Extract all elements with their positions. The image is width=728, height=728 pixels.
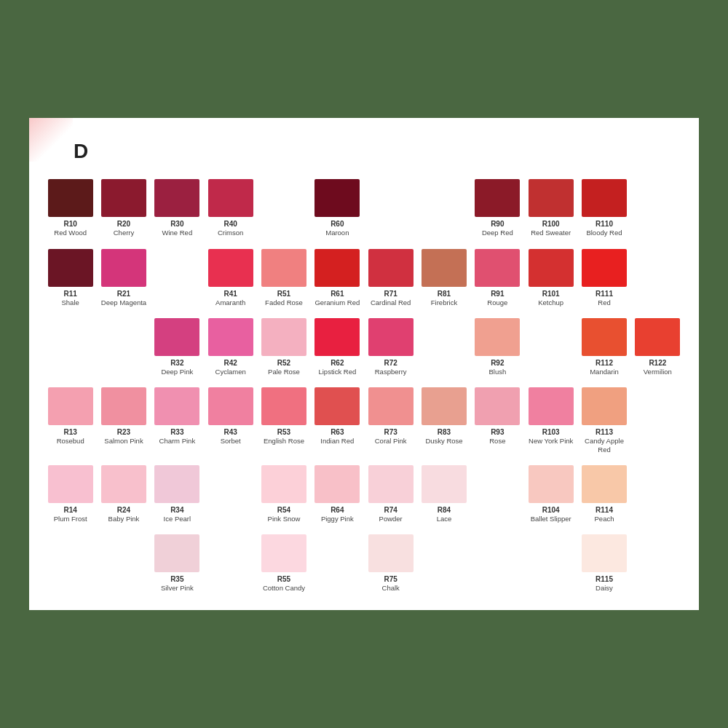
color-name-R62: Lipstick Red xyxy=(318,368,356,376)
color-swatch-R20 xyxy=(101,179,146,217)
color-cell-empty xyxy=(471,462,524,526)
color-code-R53: R53 xyxy=(277,428,290,437)
color-code-R60: R60 xyxy=(331,220,344,229)
color-swatch-R21 xyxy=(101,249,146,287)
color-swatch-R60 xyxy=(314,179,360,217)
color-code-R61: R61 xyxy=(331,290,344,298)
color-swatch-R24 xyxy=(101,465,146,503)
color-cell-R112: R112Mandarin xyxy=(577,315,630,379)
color-cell-R122: R122Vermilion xyxy=(631,315,684,379)
color-code-R83: R83 xyxy=(438,428,451,437)
color-swatch-R51 xyxy=(261,249,306,287)
color-code-R63: R63 xyxy=(331,428,344,437)
color-cell-empty xyxy=(97,531,150,595)
color-swatch-R11 xyxy=(48,249,93,287)
color-code-R52: R52 xyxy=(277,359,290,368)
color-swatch-R73 xyxy=(368,387,414,425)
color-code-R40: R40 xyxy=(223,220,237,229)
color-swatch-R74 xyxy=(368,465,414,503)
color-name-R51: Faded Rose xyxy=(265,298,303,306)
color-swatch-R100 xyxy=(529,179,574,217)
color-cell-empty xyxy=(257,176,310,240)
color-swatch-R122 xyxy=(635,318,680,356)
color-name-R74: Powder xyxy=(379,515,403,523)
color-name-R61: Geranium Red xyxy=(314,298,360,306)
color-cell-empty xyxy=(631,462,684,526)
color-cell-empty xyxy=(631,176,684,240)
color-name-R43: Sorbet xyxy=(221,437,241,445)
color-code-R23: R23 xyxy=(117,428,130,437)
color-name-R101: Ketchup xyxy=(538,298,563,306)
color-cell-R32: R32Deep Pink xyxy=(151,315,204,379)
color-swatch-R75 xyxy=(368,534,414,572)
color-cell-R113: R113Candy Apple Red xyxy=(577,384,630,456)
color-swatch-R103 xyxy=(529,387,574,425)
color-chart-card: RED R10Red WoodR20CherryR30Wine RedR40Cr… xyxy=(29,118,699,610)
color-code-R104: R104 xyxy=(542,506,560,515)
color-cell-empty xyxy=(204,462,257,526)
color-code-R55: R55 xyxy=(277,575,290,584)
corner-accent xyxy=(29,118,73,162)
color-cell-empty xyxy=(417,531,470,595)
color-cell-R13: R13Rosebud xyxy=(44,384,97,456)
color-cell-R11: R11Shale xyxy=(44,246,97,309)
color-name-R73: Coral Pink xyxy=(375,437,407,445)
color-code-R75: R75 xyxy=(384,575,397,584)
color-cell-R92: R92Blush xyxy=(471,315,524,379)
color-code-R13: R13 xyxy=(63,428,76,437)
color-swatch-R55 xyxy=(261,534,306,572)
color-name-R63: Indian Red xyxy=(320,437,354,445)
color-name-R54: Pink Snow xyxy=(268,515,301,523)
color-code-R71: R71 xyxy=(384,290,397,298)
color-code-R30: R30 xyxy=(170,220,183,229)
color-swatch-R33 xyxy=(154,387,199,425)
color-code-R11: R11 xyxy=(63,290,76,298)
color-name-R42: Cyclamen xyxy=(215,368,246,376)
color-cell-R62: R62Lipstick Red xyxy=(311,315,364,379)
color-cell-R81: R81Firebrick xyxy=(417,246,470,309)
color-cell-R54: R54Pink Snow xyxy=(257,462,310,526)
color-name-R35: Silver Pink xyxy=(161,584,194,592)
color-code-R91: R91 xyxy=(491,290,504,298)
color-swatch-R111 xyxy=(582,249,627,287)
color-code-R111: R111 xyxy=(596,290,613,298)
color-code-R20: R20 xyxy=(117,220,130,229)
color-cell-empty xyxy=(204,531,257,595)
color-cell-R14: R14Plum Frost xyxy=(44,462,97,526)
color-name-R13: Rosebud xyxy=(57,437,84,445)
color-cell-R90: R90Deep Red xyxy=(471,176,524,240)
color-code-R42: R42 xyxy=(223,359,237,368)
color-name-R90: Deep Red xyxy=(482,229,513,237)
color-name-R52: Pale Rose xyxy=(268,368,300,376)
color-swatch-R52 xyxy=(261,318,306,356)
color-cell-R110: R110Bloody Red xyxy=(577,176,630,240)
color-cell-empty xyxy=(631,384,684,456)
color-name-R84: Lace xyxy=(437,515,452,523)
color-name-R41: Amaranth xyxy=(215,298,245,306)
color-swatch-R114 xyxy=(582,465,627,503)
color-cell-empty xyxy=(97,315,150,379)
color-cell-R104: R104Ballet Slipper xyxy=(524,462,577,526)
color-name-R55: Cotton Candy xyxy=(263,584,305,592)
color-name-R64: Piggy Pink xyxy=(321,515,354,523)
color-swatch-R72 xyxy=(368,318,414,356)
color-swatch-R54 xyxy=(261,465,306,503)
color-cell-empty xyxy=(417,315,470,379)
color-cell-R10: R10Red Wood xyxy=(44,176,97,240)
color-name-R81: Firebrick xyxy=(431,298,457,306)
color-swatch-R41 xyxy=(208,249,253,287)
color-swatch-R110 xyxy=(582,179,627,217)
color-swatch-R42 xyxy=(208,318,253,356)
color-swatch-R32 xyxy=(154,318,199,356)
color-swatch-R40 xyxy=(208,179,253,217)
color-cell-empty xyxy=(311,531,364,595)
color-swatch-R64 xyxy=(314,465,360,503)
color-cell-R75: R75Chalk xyxy=(364,531,417,595)
color-name-R20: Cherry xyxy=(114,229,135,237)
color-cell-R114: R114Peach xyxy=(577,462,630,526)
color-cell-R41: R41Amaranth xyxy=(204,246,257,309)
color-swatch-R84 xyxy=(422,465,467,503)
color-swatch-R71 xyxy=(368,249,414,287)
color-code-R92: R92 xyxy=(491,359,504,368)
color-code-R24: R24 xyxy=(117,506,130,515)
